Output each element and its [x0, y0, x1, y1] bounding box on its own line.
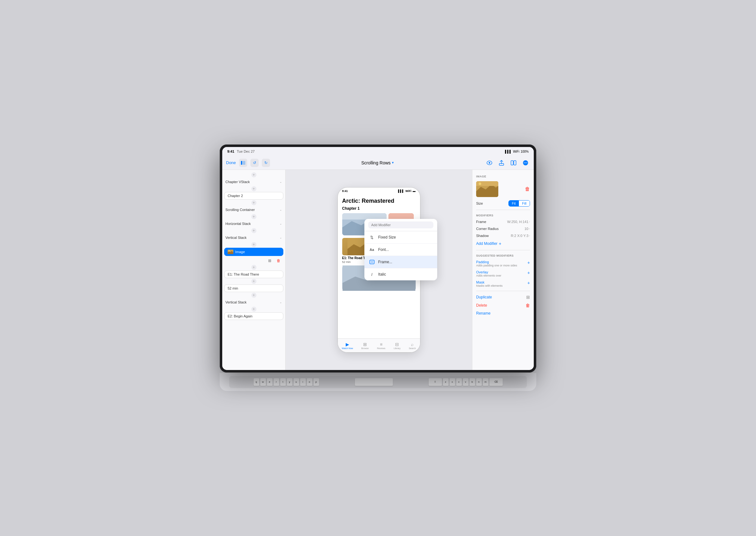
tab-search[interactable]: ⌕ Search: [409, 342, 416, 350]
tab-library[interactable]: ⊟ Library: [394, 342, 400, 350]
chevron-icon: ⌄: [280, 180, 282, 184]
key-z[interactable]: z: [443, 378, 449, 386]
key-v[interactable]: v: [463, 378, 469, 386]
suggested-padding-info: Padding Adds padding one or more sides: [476, 260, 517, 267]
tree-connector-top[interactable]: [222, 172, 285, 177]
tree-connector-1[interactable]: [222, 186, 285, 191]
add-modifier-button[interactable]: Add Modifier +: [472, 239, 534, 248]
key-shift[interactable]: ⇧: [429, 378, 442, 386]
svg-point-10: [526, 162, 527, 163]
tree-connector-7[interactable]: [222, 279, 285, 284]
modifier-shadow[interactable]: Shadow R:2 X:0 Y:3 ›: [472, 232, 534, 239]
tree-connector-6[interactable]: [222, 265, 285, 270]
svg-point-8: [524, 162, 524, 163]
rename-row[interactable]: Rename: [472, 310, 534, 317]
suggested-padding[interactable]: Padding Adds padding one or more sides +: [472, 258, 534, 269]
key-x[interactable]: x: [450, 378, 455, 386]
tree-connector-4[interactable]: [222, 228, 285, 233]
tree-box-image-selected[interactable]: Image: [224, 248, 283, 256]
suggested-mask[interactable]: Mask Masks with elements +: [472, 279, 534, 289]
preview-button[interactable]: [485, 158, 494, 167]
duplicate-icon: ⊞: [526, 295, 530, 300]
dropdown-item-font[interactable]: Aa Font...: [364, 244, 437, 256]
size-fit-button[interactable]: Fit: [509, 201, 519, 206]
key-r[interactable]: r: [273, 378, 279, 386]
image-delete-button[interactable]: 🗑: [525, 186, 530, 192]
suggested-mask-info: Mask Masks with elements: [476, 280, 503, 287]
key-delete[interactable]: ⌫: [489, 378, 503, 386]
tree-item-hstack[interactable]: Horizontal Stack ⌄: [222, 219, 285, 228]
chevron-icon-shadow: ›: [529, 234, 530, 237]
duplicate-row[interactable]: Duplicate ⊞: [472, 293, 534, 301]
modifier-frame[interactable]: Frame W:250, H:141 ›: [472, 218, 534, 225]
tree-item-scrolling[interactable]: Scrolling Container ⌄: [222, 205, 285, 214]
phone-wifi-icon: WiFi: [406, 189, 412, 193]
tree-connector-9[interactable]: [222, 307, 285, 312]
key-u[interactable]: u: [294, 378, 299, 386]
key-i[interactable]: i: [300, 378, 306, 386]
key-o[interactable]: o: [307, 378, 312, 386]
font-label: Font...: [378, 248, 389, 252]
key-q[interactable]: q: [254, 378, 259, 386]
tab-watch-now[interactable]: ▶ Watch Now: [342, 342, 353, 350]
tree-box-52min[interactable]: 52 min: [224, 285, 283, 292]
delete-action-icon: 🗑: [525, 303, 530, 308]
tab-watch-now-label: Watch Now: [342, 347, 353, 350]
key-m[interactable]: m: [483, 378, 488, 386]
duplicate-icon-btn[interactable]: ⊞: [266, 257, 273, 264]
library-button[interactable]: [509, 158, 518, 167]
svg-point-24: [479, 183, 481, 185]
ipad-screen: 9:41 Tue Dec 27 ▌▌▌ WiFi 100% Done: [222, 147, 534, 370]
chevron-icon-3: ⌄: [280, 222, 282, 225]
done-button[interactable]: Done: [226, 160, 236, 165]
undo-button[interactable]: ↺: [250, 159, 259, 167]
modifier-corner-radius[interactable]: Corner Radius 10 ›: [472, 225, 534, 232]
toolbar-title-chevron[interactable]: ▾: [392, 161, 394, 165]
font-icon: Aa: [369, 247, 375, 253]
dropdown-item-fixed-size[interactable]: ⇅ Fixed Size: [364, 231, 437, 244]
phone-signal-icon: ▌▌▌: [398, 189, 404, 193]
suggested-padding-add-icon[interactable]: +: [527, 260, 530, 265]
key-space[interactable]: [355, 378, 393, 386]
key-c[interactable]: c: [456, 378, 462, 386]
redo-button[interactable]: ↻: [262, 159, 270, 167]
more-button[interactable]: [521, 158, 530, 167]
export-button[interactable]: [497, 158, 506, 167]
dropdown-item-frame[interactable]: Frame...: [364, 256, 437, 268]
tree-box-chapter2[interactable]: Chapter 2: [224, 192, 283, 200]
tab-reviews[interactable]: ≡ Reviews: [377, 342, 385, 350]
key-n[interactable]: n: [476, 378, 482, 386]
library-icon: ⊟: [395, 342, 399, 347]
tree-connector-2[interactable]: [222, 200, 285, 205]
key-b[interactable]: b: [469, 378, 475, 386]
tree-box-e1[interactable]: E1: The Road There: [224, 271, 283, 278]
add-modifier-dropdown: ⇅ Fixed Size Aa Font...: [364, 219, 437, 280]
modifier-frame-value: W:250, H:141 ›: [507, 220, 530, 224]
key-e[interactable]: e: [267, 378, 272, 386]
dropdown-item-italic[interactable]: I Italic: [364, 268, 437, 280]
modifier-search-input[interactable]: [368, 221, 433, 228]
tree-box-e2[interactable]: E2: Begin Again: [224, 312, 283, 320]
panel-toggle-button[interactable]: [239, 159, 247, 167]
tree-connector-5[interactable]: [222, 242, 285, 247]
tree-item-vstack1[interactable]: Vertical Stack ⌄: [222, 233, 285, 242]
key-w[interactable]: w: [260, 378, 266, 386]
tree-connector-8[interactable]: [222, 293, 285, 298]
tree-item-vstack2[interactable]: Vertical Stack ⌄: [222, 298, 285, 307]
delete-row[interactable]: Delete 🗑: [472, 301, 534, 310]
suggested-overlay-add-icon[interactable]: +: [527, 270, 530, 275]
tree-item-chapter-vstack[interactable]: Chapter VStack ⌄: [222, 177, 285, 186]
key-y[interactable]: y: [287, 378, 293, 386]
size-fill-button[interactable]: Fill: [519, 201, 530, 206]
suggested-mask-add-icon[interactable]: +: [527, 280, 530, 285]
tree-connector-3[interactable]: [222, 214, 285, 219]
key-p[interactable]: p: [313, 378, 319, 386]
tab-browse[interactable]: ⊞ Browse: [361, 342, 368, 350]
suggested-padding-name: Padding: [476, 260, 517, 264]
suggested-overlay[interactable]: Overlay Adds elements over +: [472, 269, 534, 279]
search-icon: ⌕: [411, 342, 413, 347]
svg-rect-5: [511, 161, 513, 165]
key-t[interactable]: t: [280, 378, 286, 386]
battery-icon: 100%: [520, 150, 529, 153]
delete-icon-btn[interactable]: 🗑: [275, 257, 282, 264]
